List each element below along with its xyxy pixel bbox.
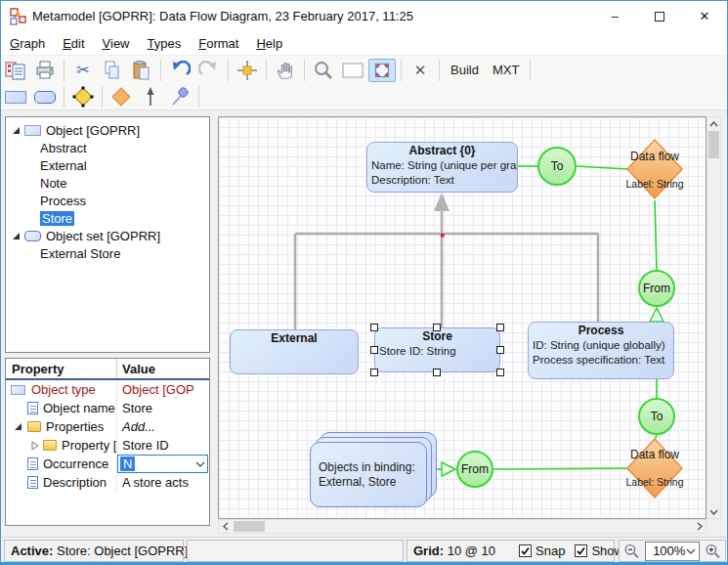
role-from-left[interactable]: From (456, 451, 493, 488)
delete-button[interactable]: ✕ (407, 59, 434, 82)
selection-handle[interactable] (496, 324, 504, 331)
scroll-down-arrow[interactable] (707, 505, 720, 518)
node-process[interactable]: Process ID: String (unique globally) Pro… (528, 322, 674, 379)
zoom-level-combobox[interactable]: 100% (645, 542, 700, 561)
report-button[interactable] (2, 59, 29, 82)
minimize-button[interactable]: – (592, 1, 637, 31)
collapsed-triangle-icon (31, 441, 39, 451)
diagram-canvas[interactable]: Abstract {0} Name: String (unique per gr… (218, 116, 707, 519)
value-column-header[interactable]: Value (117, 362, 155, 376)
role-to-top[interactable]: To (537, 147, 577, 186)
selection-handle[interactable] (496, 369, 504, 376)
expanded-triangle-icon (12, 126, 21, 135)
redo-button[interactable] (195, 59, 223, 82)
horizontal-scrollbar[interactable] (218, 519, 707, 534)
property-row-object-name[interactable]: Object name Store (6, 399, 209, 417)
paste-button[interactable] (128, 59, 155, 82)
property-row-occurrence[interactable]: Occurrence N (6, 455, 209, 473)
zoom-area-button[interactable] (339, 59, 366, 82)
report-icon (5, 61, 26, 80)
property-row-properties[interactable]: Properties Add... (6, 417, 209, 436)
pan-button[interactable] (272, 59, 299, 82)
menu-edit[interactable]: Edit (54, 34, 93, 53)
scroll-right-arrow[interactable] (693, 520, 706, 533)
show-checkbox[interactable] (575, 544, 587, 557)
relationship-dataflow-top[interactable] (625, 138, 684, 200)
snap-checkbox[interactable] (519, 544, 532, 557)
occurrence-combobox[interactable]: N (117, 455, 208, 473)
relationship-title: Data flow (612, 448, 698, 461)
snap-checkbox-label[interactable]: Snap (535, 543, 565, 558)
grid-snap-button[interactable] (234, 59, 261, 82)
object-type-icon (24, 125, 41, 136)
role-tool-button[interactable] (107, 85, 135, 109)
binding-note[interactable]: Objects in binding: External, Store (310, 442, 427, 507)
arrow-tool-button[interactable] (137, 85, 164, 109)
folder-icon (43, 440, 57, 451)
property-row-property-goprr[interactable]: Property [G Store ID (6, 436, 209, 455)
zoom-button[interactable] (310, 59, 337, 82)
tree-item-object-goprr[interactable]: Object [GOPRR] (6, 121, 209, 139)
menu-help[interactable]: Help (247, 34, 291, 53)
tree-item-abstract[interactable]: Abstract (6, 139, 209, 156)
toolbar-separator (228, 60, 229, 81)
tree-item-note[interactable]: Note (6, 174, 209, 192)
copy-button[interactable] (99, 59, 126, 82)
property-value-add[interactable]: Add... (117, 417, 209, 436)
node-abstract[interactable]: Abstract {0} Name: String (unique per gr… (366, 142, 518, 193)
delete-x-icon: ✕ (414, 62, 427, 79)
property-column-header[interactable]: Property (6, 359, 117, 378)
zoom-out-icon[interactable] (623, 543, 640, 560)
tree-item-external-store[interactable]: External Store (6, 244, 209, 262)
role-from-right[interactable]: From (638, 270, 675, 307)
property-value: A store acts (117, 473, 209, 492)
selection-handle[interactable] (433, 369, 441, 376)
menu-format[interactable]: Format (190, 34, 247, 53)
menu-graph[interactable]: Graph (1, 34, 54, 53)
object-set-tool-button[interactable] (31, 85, 59, 109)
property-label: Property [G (62, 438, 117, 453)
selection-handle[interactable] (370, 324, 378, 331)
property-label: Properties (46, 419, 104, 434)
tree-item-store-selected[interactable]: Store (6, 209, 209, 227)
role-to-right[interactable]: To (638, 398, 675, 435)
vertical-scroll-thumb[interactable] (708, 131, 719, 158)
selection-handle[interactable] (433, 324, 441, 331)
fit-view-button[interactable] (368, 59, 396, 82)
property-label: Description (43, 475, 107, 490)
undo-button[interactable] (166, 59, 193, 82)
object-type-icon (11, 385, 25, 395)
relationship-dataflow-bottom[interactable] (625, 437, 684, 500)
relationship-label: Label: String (612, 178, 698, 190)
node-title: Abstract {0} (367, 143, 517, 158)
relationship-tool-button[interactable] (69, 85, 97, 109)
maximize-button[interactable] (637, 1, 682, 31)
menu-types[interactable]: Types (139, 34, 191, 53)
scroll-up-arrow[interactable] (707, 117, 720, 130)
mxt-button[interactable]: MXT (486, 60, 526, 80)
rounded-rect-icon (34, 91, 56, 104)
zoom-in-icon[interactable] (705, 543, 721, 560)
tree-item-label: External (40, 158, 87, 173)
selection-handle[interactable] (370, 346, 378, 354)
print-button[interactable] (31, 59, 59, 82)
selection-handle[interactable] (496, 346, 504, 354)
property-row-object-type[interactable]: Object type Object [GOP (6, 380, 209, 399)
object-tool-button[interactable] (2, 85, 29, 109)
node-store-selected[interactable]: Store Store ID: String (374, 327, 500, 372)
scroll-left-arrow[interactable] (219, 520, 232, 533)
horizontal-scroll-thumb[interactable] (234, 521, 265, 532)
menu-view[interactable]: View (94, 34, 139, 53)
node-external[interactable]: External (230, 329, 359, 374)
tree-item-external[interactable]: External (6, 156, 209, 174)
close-button[interactable]: ✕ (682, 1, 727, 31)
tree-item-process[interactable]: Process (6, 192, 209, 209)
build-button[interactable]: Build (444, 60, 486, 80)
node-property-line: ID: String (unique globally) (529, 338, 673, 353)
cut-button[interactable]: ✂ (69, 59, 97, 82)
tree-item-object-set-goprr[interactable]: Object set [GOPRR] (6, 227, 209, 244)
property-row-description[interactable]: Description A store acts (6, 473, 209, 492)
vertical-scrollbar[interactable] (707, 116, 721, 519)
pin-tool-button[interactable] (166, 85, 193, 109)
selection-handle[interactable] (370, 369, 378, 376)
